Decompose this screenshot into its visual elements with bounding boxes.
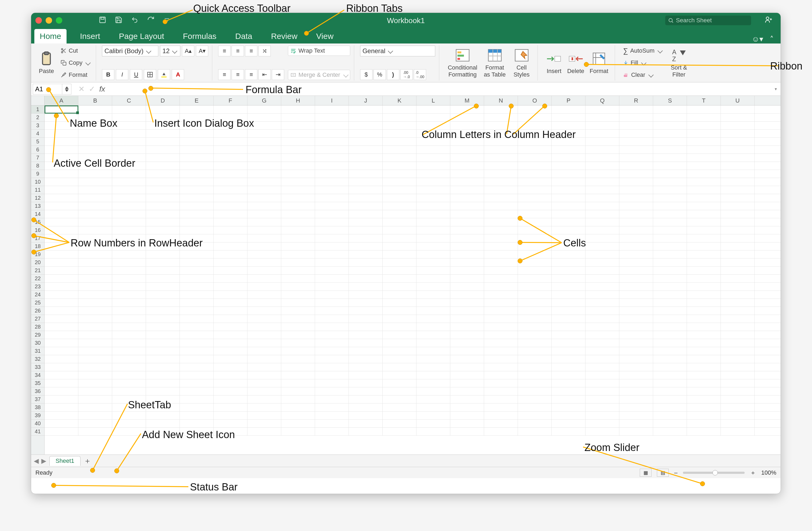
formula-input[interactable] <box>108 84 772 95</box>
cell[interactable] <box>349 202 383 210</box>
cell[interactable] <box>417 178 450 186</box>
cell[interactable] <box>484 307 518 315</box>
cell[interactable] <box>247 291 281 299</box>
cell[interactable] <box>214 130 247 138</box>
cell[interactable] <box>315 121 349 129</box>
cell[interactable] <box>484 331 518 339</box>
row-header[interactable]: 14 <box>31 210 44 218</box>
cell[interactable] <box>180 275 214 283</box>
cell[interactable] <box>247 146 281 154</box>
cell[interactable] <box>585 146 619 154</box>
cell[interactable] <box>315 315 349 323</box>
cell[interactable] <box>721 371 755 379</box>
sheet-tab[interactable]: Sheet1 <box>49 456 81 466</box>
cell[interactable] <box>552 275 585 283</box>
cell[interactable] <box>146 275 180 283</box>
cell[interactable] <box>450 194 484 202</box>
cell[interactable] <box>417 323 450 331</box>
cell[interactable] <box>315 420 349 427</box>
row-header[interactable]: 9 <box>31 170 44 178</box>
cell[interactable] <box>247 250 281 258</box>
cell[interactable] <box>687 299 721 306</box>
column-header[interactable]: J <box>349 96 383 105</box>
cell[interactable] <box>687 331 721 339</box>
cell[interactable] <box>214 275 247 283</box>
cell[interactable] <box>315 387 349 395</box>
cell[interactable] <box>721 162 755 170</box>
cell[interactable] <box>552 403 585 411</box>
row-header[interactable]: 36 <box>31 387 44 396</box>
cell[interactable] <box>653 355 687 363</box>
cell[interactable] <box>450 146 484 154</box>
cell[interactable] <box>484 428 518 435</box>
cell[interactable] <box>619 379 653 387</box>
increase-decimal-button[interactable]: .00→.0 <box>400 69 413 80</box>
cell[interactable] <box>687 355 721 363</box>
cell[interactable] <box>214 379 247 387</box>
cell[interactable] <box>247 331 281 339</box>
cell[interactable] <box>721 339 755 347</box>
cell[interactable] <box>349 403 383 411</box>
cell[interactable] <box>281 363 315 371</box>
cell[interactable] <box>45 387 78 395</box>
cell[interactable] <box>417 315 450 323</box>
cell[interactable] <box>585 130 619 138</box>
cell[interactable] <box>552 267 585 274</box>
cell[interactable] <box>112 130 146 138</box>
comma-button[interactable]: ) <box>387 69 399 80</box>
currency-button[interactable]: $ <box>360 69 373 80</box>
row-header[interactable]: 29 <box>31 331 44 339</box>
cell[interactable] <box>146 105 180 113</box>
cell[interactable] <box>281 170 315 178</box>
cell[interactable] <box>112 379 146 387</box>
cell[interactable] <box>214 250 247 258</box>
cell[interactable] <box>112 339 146 347</box>
cell[interactable] <box>349 226 383 234</box>
cell[interactable] <box>78 339 112 347</box>
cell[interactable] <box>78 347 112 355</box>
cell[interactable] <box>349 267 383 274</box>
cell[interactable] <box>214 339 247 347</box>
format-as-table-button[interactable]: Format as Table <box>480 46 510 80</box>
cell[interactable] <box>349 121 383 129</box>
cell[interactable] <box>180 259 214 266</box>
cell[interactable] <box>450 121 484 129</box>
sort-filter-button[interactable]: AZ Sort & Filter <box>667 46 691 80</box>
cell[interactable] <box>45 315 78 323</box>
cell[interactable] <box>653 420 687 427</box>
cell[interactable] <box>653 331 687 339</box>
cell[interactable] <box>180 363 214 371</box>
cell[interactable] <box>78 218 112 226</box>
cell[interactable] <box>653 186 687 194</box>
cell[interactable] <box>518 194 552 202</box>
cell[interactable] <box>349 307 383 315</box>
cell[interactable] <box>687 170 721 178</box>
cell[interactable] <box>653 396 687 403</box>
cell[interactable] <box>247 307 281 315</box>
cell[interactable] <box>45 146 78 154</box>
cell[interactable] <box>417 186 450 194</box>
cell[interactable] <box>585 315 619 323</box>
cell[interactable] <box>721 218 755 226</box>
cell[interactable] <box>45 291 78 299</box>
cell[interactable] <box>721 331 755 339</box>
cell[interactable] <box>78 202 112 210</box>
cell[interactable] <box>281 283 315 290</box>
cell[interactable] <box>417 347 450 355</box>
cell[interactable] <box>417 275 450 283</box>
row-header[interactable]: 10 <box>31 178 44 186</box>
align-middle-button[interactable]: ≡ <box>232 46 244 56</box>
cell[interactable] <box>585 234 619 242</box>
cell[interactable] <box>112 250 146 258</box>
cell[interactable] <box>721 146 755 154</box>
cell[interactable] <box>383 267 417 274</box>
cell[interactable] <box>349 114 383 121</box>
number-format-combo[interactable]: General <box>360 46 435 56</box>
cell[interactable] <box>45 428 78 435</box>
cell[interactable] <box>214 242 247 250</box>
cell[interactable] <box>585 396 619 403</box>
cell[interactable] <box>619 420 653 427</box>
row-header[interactable]: 4 <box>31 130 44 138</box>
cell[interactable] <box>180 403 214 411</box>
cell[interactable] <box>247 379 281 387</box>
